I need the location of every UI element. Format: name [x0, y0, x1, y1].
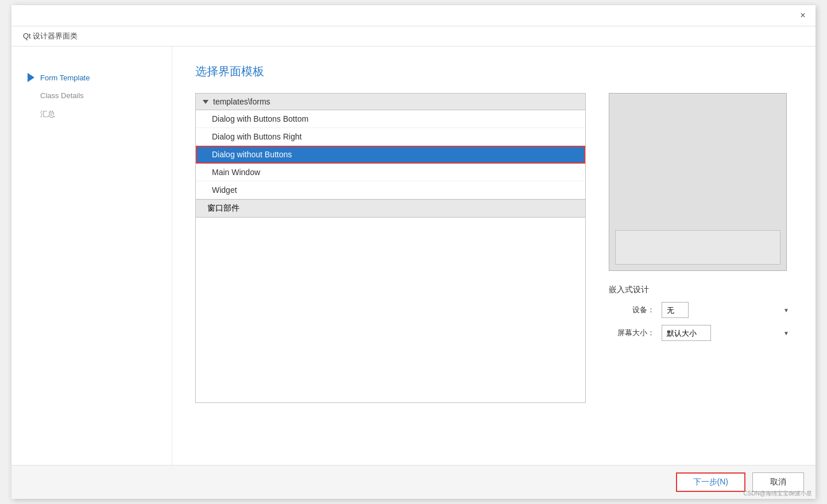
screen-row: 屏幕大小： 默认大小 — [609, 325, 793, 341]
watermark: CSDN@海绵宝宝de派小星 — [743, 490, 812, 498]
next-button[interactable]: 下一步(N) — [676, 472, 745, 492]
section-title: 选择界面模板 — [195, 64, 793, 79]
main-dialog: × Qt 设计器界面类 Form Template Class Details … — [11, 5, 816, 499]
list-item-main-window[interactable]: Main Window — [196, 164, 585, 181]
title-bar: × — [11, 5, 816, 26]
group1-label: templates\forms — [213, 97, 270, 106]
list-item-dlg-btn-bottom[interactable]: Dialog with Buttons Bottom — [196, 110, 585, 128]
screen-select-wrapper: 默认大小 — [662, 325, 793, 341]
preview-section: 嵌入式设计 设备： 无 屏幕大小： — [609, 93, 793, 448]
group2-header[interactable]: 窗口部件 — [196, 199, 585, 218]
sidebar-item-summary[interactable]: 汇总 — [23, 106, 160, 123]
template-list: templates\forms Dialog with Buttons Bott… — [195, 93, 586, 403]
dialog-subtitle: Qt 设计器界面类 — [11, 26, 816, 46]
sidebar-arrow-icon — [28, 73, 34, 82]
device-select[interactable]: 无 — [662, 302, 689, 318]
sidebar-label-summary: 汇总 — [40, 109, 55, 119]
preview-box — [609, 93, 787, 271]
sidebar-label-form-template: Form Template — [40, 73, 90, 82]
close-button[interactable]: × — [797, 10, 809, 21]
list-item-dlg-no-btn[interactable]: Dialog without Buttons — [196, 146, 585, 164]
list-item-widget[interactable]: Widget — [196, 181, 585, 199]
preview-inner — [615, 230, 780, 265]
device-select-wrapper: 无 — [662, 302, 793, 318]
list-item-dlg-btn-right[interactable]: Dialog with Buttons Right — [196, 128, 585, 146]
main-content: 选择界面模板 templates\forms Dialog with Butto… — [172, 46, 816, 465]
cancel-button[interactable]: 取消 — [752, 472, 804, 492]
group2-label: 窗口部件 — [207, 203, 239, 214]
list-section: templates\forms Dialog with Buttons Bott… — [195, 93, 586, 448]
dialog-footer: 下一步(N) 取消 — [11, 465, 816, 499]
sidebar-label-class-details: Class Details — [40, 91, 84, 100]
screen-label: 屏幕大小： — [609, 328, 655, 338]
screen-select[interactable]: 默认大小 — [662, 325, 711, 341]
sidebar: Form Template Class Details 汇总 — [11, 46, 172, 465]
device-row: 设备： 无 — [609, 302, 793, 318]
sidebar-item-class-details[interactable]: Class Details — [23, 88, 160, 103]
device-label: 设备： — [609, 305, 655, 315]
group1-collapse-icon — [203, 100, 208, 104]
dialog-body: Form Template Class Details 汇总 选择界面模板 — [11, 46, 816, 465]
sidebar-item-form-template[interactable]: Form Template — [23, 69, 160, 86]
group1-header[interactable]: templates\forms — [196, 94, 585, 110]
embedded-title: 嵌入式设计 — [609, 285, 793, 295]
embedded-section: 嵌入式设计 设备： 无 屏幕大小： — [609, 285, 793, 348]
content-row: templates\forms Dialog with Buttons Bott… — [195, 93, 793, 448]
